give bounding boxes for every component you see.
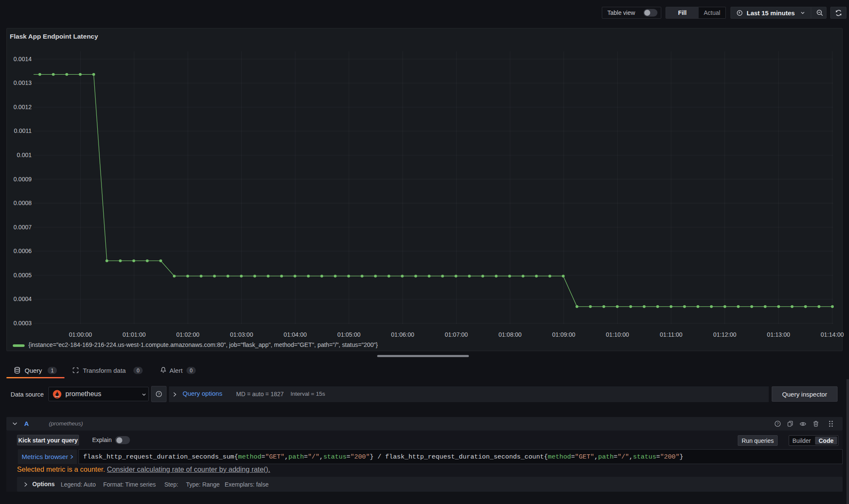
svg-text:01:03:00: 01:03:00: [230, 331, 253, 338]
svg-text:01:06:00: 01:06:00: [391, 331, 415, 338]
svg-text:01:04:00: 01:04:00: [284, 331, 307, 338]
svg-text:0.0011: 0.0011: [14, 127, 32, 134]
svg-text:0.001: 0.001: [17, 152, 31, 158]
svg-text:0.0014: 0.0014: [14, 56, 32, 62]
svg-text:0.0013: 0.0013: [14, 79, 32, 86]
svg-text:01:08:00: 01:08:00: [499, 331, 522, 338]
svg-text:0.0004: 0.0004: [14, 296, 32, 302]
svg-text:?: ?: [158, 392, 160, 396]
svg-text:?: ?: [777, 422, 779, 426]
svg-text:01:09:00: 01:09:00: [552, 331, 575, 338]
svg-text:0.0006: 0.0006: [14, 248, 32, 254]
svg-text:0.0008: 0.0008: [14, 200, 32, 206]
svg-text:01:10:00: 01:10:00: [606, 331, 629, 338]
svg-text:0.0012: 0.0012: [14, 104, 32, 110]
svg-text:01:14:00: 01:14:00: [821, 331, 844, 338]
svg-text:01:11:00: 01:11:00: [660, 331, 683, 338]
svg-text:01:13:00: 01:13:00: [767, 331, 790, 338]
svg-text:01:02:00: 01:02:00: [176, 331, 200, 338]
svg-text:01:00:00: 01:00:00: [69, 331, 92, 338]
svg-text:01:05:00: 01:05:00: [337, 331, 361, 338]
svg-text:0.0005: 0.0005: [14, 272, 32, 279]
svg-text:01:12:00: 01:12:00: [713, 331, 736, 338]
svg-text:01:07:00: 01:07:00: [445, 331, 468, 338]
svg-text:01:01:00: 01:01:00: [123, 331, 146, 338]
svg-text:0.0007: 0.0007: [14, 224, 32, 231]
svg-text:0.0009: 0.0009: [14, 176, 32, 183]
svg-text:0.0003: 0.0003: [14, 320, 32, 327]
